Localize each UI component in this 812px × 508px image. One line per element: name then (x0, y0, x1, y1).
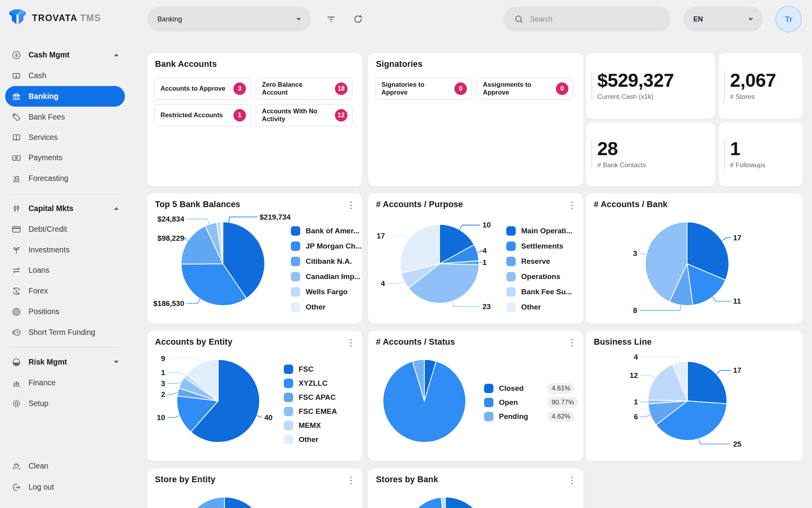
sidebar-section-cash-mgmt[interactable]: $ Cash Mgmt (5, 45, 125, 65)
legend-item[interactable]: Bank Fee Su... (506, 287, 572, 297)
sidebar-item-short-term-funding[interactable]: Short Term Funding (5, 322, 125, 343)
pie-label-leader (712, 297, 731, 301)
filter-button[interactable] (323, 12, 339, 27)
sidebar-item-setup[interactable]: Setup (5, 393, 125, 414)
book-icon (11, 132, 21, 143)
legend-item[interactable]: Closed4.61% (484, 383, 579, 394)
stat-label: # Bank Contacts (597, 162, 646, 170)
legend-item[interactable]: FSC (284, 365, 337, 374)
pie-label-leader (722, 238, 731, 241)
sidebar-item-services[interactable]: Services (5, 127, 125, 148)
refresh-button[interactable] (350, 12, 366, 27)
pie-slice-business-0[interactable] (687, 361, 727, 404)
legend-label: Other (521, 303, 541, 311)
count-badge: 12 (335, 109, 347, 122)
accounts-to-approve-button[interactable]: Accounts to Approve 3 (154, 78, 251, 100)
pie-slice-label: $24,834 (157, 215, 184, 223)
pie-slice-label: 3 (633, 249, 637, 258)
legend-swatch (291, 302, 300, 312)
legend-label: Closed (499, 384, 543, 393)
sidebar-item-payments[interactable]: Payments (5, 147, 125, 168)
sidebar-item-investments[interactable]: Investments (5, 240, 125, 260)
sidebar-item-clean[interactable]: Clean (5, 456, 125, 476)
legend-item[interactable]: FSC EMEA (284, 407, 337, 416)
sidebar-item-logout[interactable]: Log out (5, 477, 125, 497)
module-selector[interactable]: Banking (147, 7, 311, 32)
sidebar-item-cash[interactable]: $ Cash (5, 65, 125, 86)
chevron-down-icon (114, 361, 119, 363)
legend-item[interactable]: Settlements (506, 241, 572, 251)
sidebar-item-forecasting[interactable]: Forecasting (5, 168, 125, 189)
pie-label-leader (167, 416, 180, 418)
pie-label-leader (257, 416, 262, 418)
legend-item[interactable]: Open90.77% (484, 397, 579, 408)
pie-slice-storesbank-1[interactable] (404, 497, 445, 508)
legend-item[interactable]: XYZLLC (284, 379, 337, 388)
legend-swatch (484, 412, 493, 421)
legend-item[interactable]: Wells Fargo (291, 287, 361, 297)
assignments-to-approve-button[interactable]: Assignments to Approve 0 (477, 78, 573, 100)
restricted-accounts-button[interactable]: Restricted Accounts 1 (154, 104, 251, 126)
legend-swatch (284, 365, 293, 374)
sprout-icon (11, 245, 21, 255)
pie-slice-storesbank-0[interactable] (442, 497, 486, 508)
count-badge: 18 (335, 82, 347, 95)
chart-legend: Bank of Amer...JP Morgan Ch...Citibank N… (291, 226, 361, 318)
legend-item[interactable]: Reserve (506, 257, 572, 266)
pie-label-leader (639, 254, 646, 255)
card-bank-accounts: Bank Accounts Accounts to Approve 3 Zero… (147, 53, 362, 186)
search-input[interactable] (529, 15, 648, 24)
pie-label-leader (387, 236, 409, 240)
legend-item[interactable]: Other (291, 302, 361, 312)
pie-slice-label: 17 (733, 366, 741, 374)
sidebar-item-finance[interactable]: Finance (5, 372, 125, 393)
legend-swatch (284, 379, 293, 388)
legend-item[interactable]: FSC APAC (284, 393, 337, 402)
pie-slice-storesbank-2[interactable] (441, 497, 445, 508)
pie-slice-label: $186,530 (153, 299, 184, 308)
chevron-up-icon (114, 54, 119, 56)
sidebar-item-debt-credit[interactable]: Debt/Credit (5, 219, 125, 240)
legend-item[interactable]: Operations (506, 272, 572, 281)
sidebar-divider (11, 194, 119, 194)
sidebar-item-positions[interactable]: Positions (5, 301, 125, 322)
sidebar-item-loans[interactable]: Loans (5, 260, 125, 281)
sidebar-item-forex[interactable]: $ Forex (5, 281, 125, 301)
legend-percentage: 4.62% (547, 411, 575, 422)
legend-item[interactable]: MEMX (284, 421, 337, 430)
legend-item[interactable]: Pending4.62% (484, 411, 579, 422)
pie-slice-store-1[interactable] (183, 497, 224, 508)
signatories-to-approve-button[interactable]: Signatories to Approve 0 (375, 78, 472, 100)
legend-label: Main Operati... (521, 227, 572, 235)
refresh-icon (353, 14, 363, 25)
legend-label: Citibank N.A. (306, 257, 352, 266)
sidebar-section-capital-mkts[interactable]: Capital Mkts (5, 198, 125, 219)
sidebar-section-risk-mgmt[interactable]: Risk Mgmt (5, 352, 125, 372)
legend-percentage: 90.77% (547, 397, 579, 408)
pie-label-leader (716, 370, 731, 374)
legend-item[interactable]: Citibank N.A. (291, 257, 361, 266)
avatar[interactable]: Tr (775, 6, 802, 32)
legend-item[interactable]: Main Operati... (506, 226, 572, 236)
card-store-by-entity: Store by Entity ⋮ (147, 469, 362, 508)
sidebar-item-banking[interactable]: Banking (5, 86, 125, 107)
pie-slice-store-0[interactable] (219, 497, 265, 508)
legend-item[interactable]: JP Morgan Ch... (291, 241, 361, 251)
pie-slice-label: 23 (483, 302, 491, 311)
stat-card-followups: 1 # Followups (719, 122, 803, 186)
legend-item[interactable]: Canadian Imp... (291, 272, 361, 281)
zero-balance-account-button[interactable]: Zero Balance Account 18 (256, 78, 353, 100)
legend-swatch (506, 241, 516, 251)
sidebar-item-bank-fees[interactable]: Bank Fees (5, 107, 125, 127)
svg-text:$: $ (15, 289, 18, 293)
legend-swatch (284, 435, 293, 444)
legend-item[interactable]: Other (506, 302, 572, 312)
legend-item[interactable]: Other (284, 435, 337, 444)
tag-icon (11, 112, 21, 122)
language-selector[interactable]: EN (683, 7, 763, 32)
pie-label-leader (640, 376, 655, 379)
pie-label-leader (187, 299, 200, 304)
legend-swatch (284, 421, 293, 430)
legend-item[interactable]: Bank of Amer... (291, 226, 361, 236)
accounts-no-activity-button[interactable]: Accounts With No Activity 12 (256, 104, 353, 126)
